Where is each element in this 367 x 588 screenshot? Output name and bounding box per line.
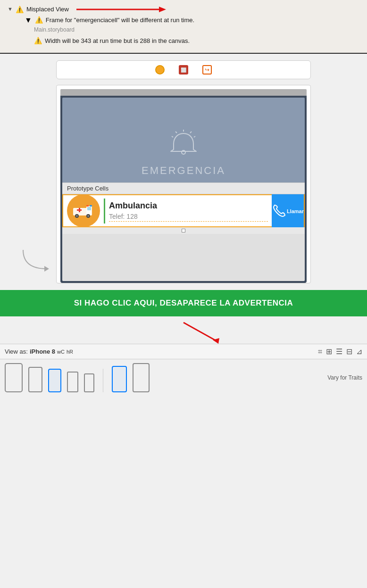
svg-line-8: [172, 136, 173, 137]
size-class-h: hR: [67, 349, 73, 355]
device-shape-5[interactable]: [84, 373, 94, 392]
emergencia-text: EMERGENCIA: [142, 165, 225, 177]
arrow-indicator: [18, 245, 54, 275]
alarm-icon: [167, 128, 200, 161]
view-as-section: View as: iPhone 8 wC hR: [5, 348, 73, 355]
device-thumb-1[interactable]: [5, 363, 23, 392]
toolbar-circle-icon[interactable]: [155, 65, 165, 75]
device-shape-active[interactable]: [112, 366, 127, 392]
app-header: EMERGENCIA: [62, 98, 305, 182]
warning-title: Misplaced View: [26, 6, 69, 13]
status-bar: View as: iPhone 8 wC hR ⌗ ⊞ ☰ ⊟ ⊿: [0, 344, 367, 359]
toolbar-arrow-icon[interactable]: ↪: [202, 65, 212, 75]
resize-handle[interactable]: [62, 227, 305, 234]
warning-icon-sub: ⚠️: [35, 16, 43, 24]
device-separator: [103, 369, 103, 392]
device-shape-7[interactable]: [133, 363, 150, 392]
sub-warning-text: Frame for "emergenciacell" will be diffe…: [46, 16, 194, 25]
svg-line-6: [175, 132, 177, 133]
device-thumb-4[interactable]: [67, 372, 78, 392]
green-banner[interactable]: SI HAGO CLIC AQUI, DESAPARECE LA ADVERTE…: [0, 290, 367, 316]
svg-line-20: [184, 323, 217, 341]
svg-line-5: [190, 132, 192, 133]
pin-icon[interactable]: ⊟: [346, 347, 352, 356]
sub-warning-file: Main.storyboard: [34, 26, 359, 33]
sub-warning-container: ▼ ⚠️ Frame for "emergenciacell" will be …: [25, 16, 359, 45]
embed-icon[interactable]: ⊞: [326, 347, 332, 356]
phone-top-bar: [60, 89, 307, 96]
device-label: iPhone 8: [30, 348, 55, 355]
warning-row-main: ▼ ⚠️ Misplaced View: [8, 6, 359, 13]
cell-row[interactable]: Ambulancia Telef: 128 Llamar: [62, 194, 305, 227]
prototype-cells-header: Prototype Cells: [62, 182, 305, 194]
device-thumb-2[interactable]: [28, 367, 42, 392]
device-thumb-7[interactable]: [133, 363, 150, 392]
canvas-area: ⬜ ↪: [0, 54, 367, 290]
sub-warning-row: ▼ ⚠️ Frame for "emergenciacell" will be …: [25, 16, 359, 25]
size-class-w: wC: [57, 349, 65, 355]
phone-wrapper: EMERGENCIA Prototype Cells: [56, 85, 311, 283]
llamar-label: Llamar: [287, 208, 304, 214]
resolve-icon[interactable]: ⊿: [356, 347, 362, 356]
cell-content: Ambulancia Telef: 128: [104, 199, 272, 223]
cell-call-button[interactable]: Llamar: [272, 194, 304, 227]
red-arrow-down: [179, 320, 235, 344]
resize-square[interactable]: [182, 229, 185, 232]
phone-container: EMERGENCIA Prototype Cells: [56, 85, 311, 283]
vary-for-traits[interactable]: Vary for Traits: [327, 374, 362, 381]
svg-rect-18: [86, 205, 89, 207]
toolbar-bar[interactable]: ⬜ ↪: [56, 60, 311, 79]
green-banner-text: SI HAGO CLIC AQUI, DESAPARECE LA ADVERTE…: [9, 298, 358, 308]
ambulance-icon: [72, 203, 95, 218]
device-shape-1[interactable]: [5, 363, 23, 392]
device-row: Vary for Traits: [0, 359, 367, 396]
warning-icon-detail: ⚠️: [34, 37, 42, 44]
svg-line-7: [194, 136, 195, 137]
phone-handset-icon: [272, 203, 287, 218]
svg-rect-12: [79, 208, 80, 212]
phone-frame: EMERGENCIA Prototype Cells: [60, 96, 307, 283]
device-thumb-3[interactable]: [48, 369, 61, 392]
warning-icon-main: ⚠️: [16, 6, 24, 13]
bottom-icons: ⌗ ⊞ ☰ ⊟ ⊿: [318, 347, 362, 356]
phone-inner: EMERGENCIA Prototype Cells: [62, 98, 305, 281]
cell-phone: Telef: 128: [109, 213, 268, 222]
device-shape-2[interactable]: [28, 367, 42, 392]
device-thumb-active[interactable]: [112, 366, 127, 392]
svg-point-14: [76, 215, 78, 217]
device-shape-3[interactable]: [48, 369, 61, 392]
cell-icon-container: [67, 194, 100, 227]
update-frame-icon[interactable]: ⌗: [318, 348, 322, 356]
cell-name: Ambulancia: [109, 200, 268, 211]
toolbar-3d-icon[interactable]: ⬜: [179, 65, 188, 75]
sub-sub-text: Width will be 343 at run time but is 288…: [45, 37, 190, 45]
svg-marker-2: [44, 266, 49, 272]
device-shape-4[interactable]: [67, 372, 78, 392]
device-thumb-5[interactable]: [84, 373, 94, 392]
svg-marker-1: [159, 7, 166, 12]
svg-rect-17: [87, 207, 91, 210]
warning-panel: ▼ ⚠️ Misplaced View ▼ ⚠️ Frame for "emer…: [0, 0, 367, 54]
red-arrow-down-container: [0, 316, 367, 344]
align-icon[interactable]: ☰: [336, 347, 342, 356]
sub-sub-warning: ⚠️ Width will be 343 at run time but is …: [34, 37, 359, 45]
red-arrow-right: [76, 6, 166, 13]
empty-area: [62, 234, 305, 281]
view-as-label: View as:: [5, 348, 28, 355]
sub-triangle-icon: ▼: [25, 16, 32, 25]
triangle-icon: ▼: [8, 6, 13, 12]
svg-rect-19: [90, 205, 92, 207]
svg-point-16: [87, 215, 89, 217]
